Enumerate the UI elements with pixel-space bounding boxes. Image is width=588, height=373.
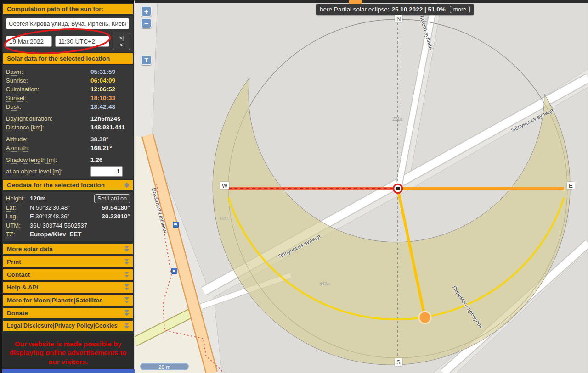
object-level-label: at an object level [m]: <box>6 168 62 175</box>
height-row: Height: 120m Set Lat/Lon <box>6 194 130 203</box>
sun-marker[interactable] <box>419 312 431 323</box>
lng-row: Lng: E 30°13'48.36" 30.23010° <box>6 212 130 221</box>
house-number: 10a <box>219 216 227 221</box>
lat-label: Lat: <box>6 204 16 212</box>
culmination-label: Culmination: <box>6 86 39 93</box>
ad-notice: Our website is made possible by displayi… <box>2 331 134 373</box>
geodata-header[interactable]: Geodata for the selected location <box>3 180 133 190</box>
solar-row-distance: Distance [km]: 148.931.441 <box>6 123 130 132</box>
compass-south: S <box>395 358 402 366</box>
sunrise-value: 06:04:09 <box>90 76 115 85</box>
chevron-down-icon <box>124 284 129 291</box>
time-input[interactable] <box>55 36 109 47</box>
azimuth-label: Azimuth: <box>6 145 29 152</box>
solar-data-panel: Dawn: 05:31:59 Sunrise: 06:04:09 Culmina… <box>3 65 133 179</box>
menu-label: Legal Disclosure|Privacy Policy|Cookies <box>7 323 117 329</box>
bus-stop-icon <box>173 222 179 228</box>
solar-row-dawn: Dawn: 05:31:59 <box>6 67 130 76</box>
solar-row-sunset: Sunset: 18:10:33 <box>6 94 130 102</box>
date-input[interactable] <box>6 36 52 47</box>
daylight-label: Daylight duration: <box>6 115 52 122</box>
tz-row: TZ: Europe/Kiev EET <box>6 230 130 239</box>
height-value: 120m <box>30 194 46 203</box>
map-type-button[interactable]: T <box>141 55 152 65</box>
lng-decimal: 30.23010° <box>102 212 130 221</box>
center-time-button[interactable]: >|< <box>113 33 130 50</box>
shadow-length-value: 1.26 <box>90 156 102 164</box>
location-panel: >|< <box>3 16 133 52</box>
daylight-value: 12h6m24s <box>90 114 120 123</box>
dusk-value: 18:42:48 <box>90 102 115 111</box>
set-latlon-button[interactable]: Set Lat/Lon <box>94 194 130 203</box>
chevron-down-icon <box>124 245 129 252</box>
eclipse-date-percent: 25.10.2022 | 51.0% <box>392 6 446 13</box>
house-number: 342a <box>319 281 329 286</box>
geodata-panel: Height: 120m Set Lat/Lon Lat: N 50°32'30… <box>3 192 133 241</box>
solar-data-title: Solar data for the selected location <box>7 55 110 62</box>
menu-label: Contact <box>7 271 30 278</box>
eclipse-text: here Partial solar eclipse: <box>320 6 390 13</box>
object-level-row: at an object level [m]: <box>6 166 130 177</box>
menu-label: Print <box>7 258 21 265</box>
computation-title: Computation path of the sun for: <box>7 6 103 12</box>
map-canvas[interactable]: here Partial solar eclipse: 25.10.2022 |… <box>135 0 588 373</box>
lat-row: Lat: N 50°32'30.48" 50.54180° <box>6 203 130 212</box>
computation-header: Computation path of the sun for: <box>3 4 133 14</box>
solar-row-azimuth: Azimuth: 168.21° <box>6 144 130 152</box>
distance-value: 148.931.441 <box>90 123 125 132</box>
height-label: Height: <box>6 195 25 202</box>
chevron-down-icon <box>124 310 129 317</box>
compass-west: W <box>220 182 229 189</box>
lat-decimal: 50.54180° <box>102 203 130 212</box>
menu-donate[interactable]: Donate <box>3 308 133 318</box>
chevron-down-icon <box>124 323 129 329</box>
bottom-ad-strip <box>2 369 137 373</box>
tz-value: Europe/Kiev EET <box>30 230 82 239</box>
scale-bar: 20 m <box>140 363 189 370</box>
solar-row-dusk: Dusk: 18:42:48 <box>6 102 130 111</box>
lng-label: Lng: <box>6 213 17 220</box>
utm-value: 36U 303744 5602537 <box>30 221 130 230</box>
chevron-down-icon <box>124 271 129 278</box>
menu-label: More for Moon|Planets|Satellites <box>7 297 103 304</box>
center-marker-flag <box>396 187 400 190</box>
map-graphics <box>135 0 588 373</box>
menu-moon-planets-satellites[interactable]: More for Moon|Planets|Satellites <box>3 295 133 306</box>
menu-print[interactable]: Print <box>3 256 133 267</box>
utm-row: UTM: 36U 303744 5602537 <box>6 221 130 230</box>
collapse-icon[interactable] <box>124 182 129 189</box>
solar-row-daylight: Daylight duration: 12h6m24s <box>6 114 130 123</box>
lat-dms: N 50°32'30.48" <box>30 203 102 212</box>
dusk-label: Dusk: <box>6 103 21 111</box>
address-input[interactable] <box>6 18 129 29</box>
sunset-value: 18:10:33 <box>90 94 115 102</box>
solar-row-altitude: Altitude: 38.38° <box>6 135 130 144</box>
utm-label: UTM: <box>6 222 21 229</box>
menu-more-solar-data[interactable]: More solar data <box>3 244 133 254</box>
zoom-in-button[interactable]: + <box>141 6 152 17</box>
menu-contact[interactable]: Contact <box>3 269 133 280</box>
eclipse-banner: here Partial solar eclipse: 25.10.2022 |… <box>316 4 474 15</box>
chevron-down-icon <box>124 258 129 265</box>
altitude-value: 38.38° <box>90 135 108 144</box>
bus-stop-icon <box>171 268 177 274</box>
sidebar: Computation path of the sun for: >|< Sol… <box>0 0 135 373</box>
suncalc-app: Computation path of the sun for: >|< Sol… <box>0 0 588 373</box>
geodata-title: Geodata for the selected location <box>7 182 105 189</box>
zoom-out-button[interactable]: − <box>141 18 152 28</box>
distance-label: Distance [km]: <box>6 124 44 131</box>
culmination-value: 12:06:52 <box>90 85 115 94</box>
dawn-label: Dawn: <box>6 68 23 76</box>
house-number: 221a <box>392 117 402 122</box>
menu-label: Help & API <box>7 284 39 291</box>
lng-dms: E 30°13'48.36" <box>30 212 102 221</box>
compass-east: E <box>567 182 575 189</box>
chevron-down-icon <box>124 297 129 304</box>
solar-data-header: Solar data for the selected location <box>3 53 133 64</box>
menu-help-api[interactable]: Help & API <box>3 282 133 293</box>
menu-legal[interactable]: Legal Disclosure|Privacy Policy|Cookies <box>3 321 133 331</box>
altitude-label: Altitude: <box>6 136 28 143</box>
solar-row-shadow: Shadow length [m]: 1.26 <box>6 156 130 164</box>
object-level-input[interactable] <box>90 166 123 177</box>
more-button[interactable]: more <box>450 6 470 13</box>
